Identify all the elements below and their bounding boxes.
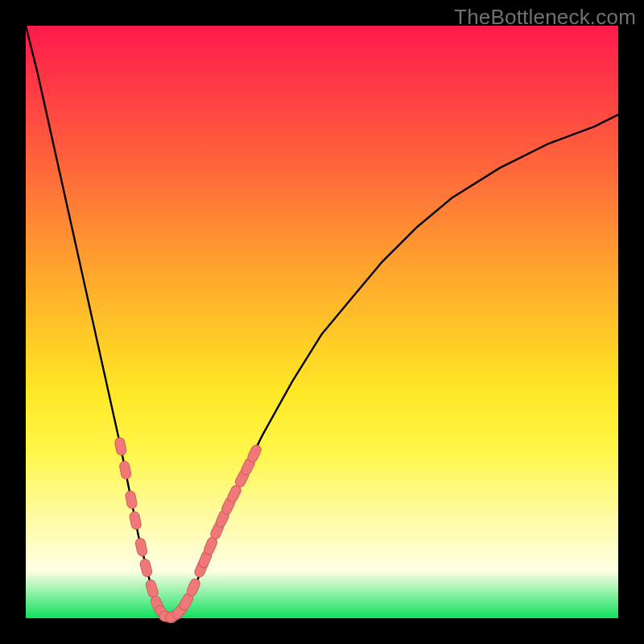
chart-frame	[26, 26, 618, 618]
watermark-text: TheBottleneck.com	[454, 5, 636, 30]
bottleneck-curve	[26, 26, 618, 618]
curve-marker	[145, 579, 159, 599]
curve-marker	[134, 538, 148, 557]
curve-marker	[129, 511, 142, 530]
curve-marker	[125, 490, 138, 510]
curve-marker	[119, 460, 132, 480]
curve-marker	[114, 437, 127, 456]
curve-marker	[139, 558, 153, 577]
curve-marker	[185, 577, 201, 597]
bottleneck-plot	[26, 26, 618, 618]
